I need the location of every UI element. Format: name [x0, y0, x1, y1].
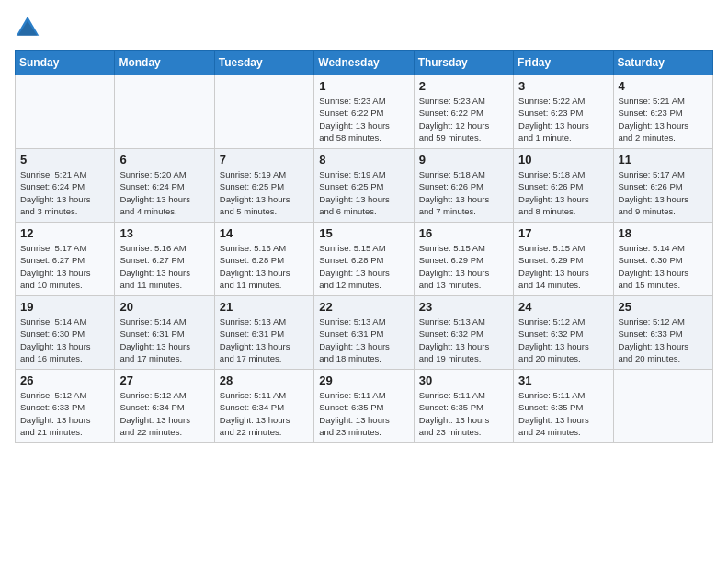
calendar-cell: 24Sunrise: 5:12 AM Sunset: 6:32 PM Dayli… [514, 296, 613, 370]
calendar-cell: 19Sunrise: 5:14 AM Sunset: 6:30 PM Dayli… [16, 296, 115, 370]
day-number: 17 [518, 226, 608, 240]
day-info: Sunrise: 5:17 AM Sunset: 6:27 PM Dayligh… [20, 242, 109, 291]
day-number: 11 [619, 153, 708, 167]
day-number: 13 [119, 226, 209, 240]
day-info: Sunrise: 5:15 AM Sunset: 6:29 PM Dayligh… [419, 242, 508, 291]
calendar-week-4: 19Sunrise: 5:14 AM Sunset: 6:30 PM Dayli… [16, 296, 713, 370]
day-info: Sunrise: 5:11 AM Sunset: 6:35 PM Dayligh… [419, 389, 508, 438]
column-header-wednesday: Wednesday [314, 51, 414, 75]
day-number: 20 [119, 300, 209, 314]
day-number: 23 [419, 300, 508, 314]
day-number: 28 [220, 373, 309, 387]
calendar-cell: 25Sunrise: 5:12 AM Sunset: 6:33 PM Dayli… [613, 296, 712, 370]
calendar-cell: 5Sunrise: 5:21 AM Sunset: 6:24 PM Daylig… [16, 149, 115, 223]
calendar-cell: 1Sunrise: 5:23 AM Sunset: 6:22 PM Daylig… [314, 75, 414, 149]
calendar-cell: 15Sunrise: 5:15 AM Sunset: 6:28 PM Dayli… [314, 223, 414, 296]
day-info: Sunrise: 5:13 AM Sunset: 6:31 PM Dayligh… [220, 316, 309, 364]
calendar-cell: 10Sunrise: 5:18 AM Sunset: 6:26 PM Dayli… [514, 149, 613, 223]
day-number: 7 [220, 153, 309, 167]
day-number: 22 [319, 300, 408, 314]
calendar-week-2: 5Sunrise: 5:21 AM Sunset: 6:24 PM Daylig… [16, 149, 713, 223]
day-info: Sunrise: 5:11 AM Sunset: 6:35 PM Dayligh… [518, 389, 608, 438]
calendar-cell: 20Sunrise: 5:14 AM Sunset: 6:31 PM Dayli… [115, 296, 214, 370]
calendar-cell: 31Sunrise: 5:11 AM Sunset: 6:35 PM Dayli… [514, 370, 613, 443]
day-number: 27 [119, 373, 209, 387]
day-number: 26 [20, 373, 109, 387]
day-number: 19 [20, 300, 109, 314]
day-info: Sunrise: 5:12 AM Sunset: 6:33 PM Dayligh… [619, 316, 708, 364]
day-info: Sunrise: 5:18 AM Sunset: 6:26 PM Dayligh… [518, 168, 608, 217]
column-header-sunday: Sunday [16, 51, 115, 75]
day-info: Sunrise: 5:12 AM Sunset: 6:32 PM Dayligh… [518, 316, 608, 364]
day-info: Sunrise: 5:13 AM Sunset: 6:32 PM Dayligh… [419, 316, 508, 364]
calendar-cell: 28Sunrise: 5:11 AM Sunset: 6:34 PM Dayli… [214, 370, 313, 443]
calendar-week-3: 12Sunrise: 5:17 AM Sunset: 6:27 PM Dayli… [16, 223, 713, 296]
calendar-cell: 30Sunrise: 5:11 AM Sunset: 6:35 PM Dayli… [414, 370, 513, 443]
calendar-cell: 4Sunrise: 5:21 AM Sunset: 6:23 PM Daylig… [613, 75, 712, 149]
day-info: Sunrise: 5:21 AM Sunset: 6:24 PM Dayligh… [20, 168, 109, 217]
day-number: 1 [319, 79, 408, 93]
logo-icon [15, 15, 40, 40]
calendar-cell: 3Sunrise: 5:22 AM Sunset: 6:23 PM Daylig… [514, 75, 613, 149]
day-info: Sunrise: 5:21 AM Sunset: 6:23 PM Dayligh… [619, 95, 708, 144]
column-header-friday: Friday [514, 51, 613, 75]
day-info: Sunrise: 5:11 AM Sunset: 6:35 PM Dayligh… [319, 389, 408, 438]
day-number: 12 [20, 226, 109, 240]
day-info: Sunrise: 5:14 AM Sunset: 6:30 PM Dayligh… [619, 242, 708, 291]
calendar-cell [16, 75, 115, 149]
day-number: 8 [319, 153, 408, 167]
day-info: Sunrise: 5:11 AM Sunset: 6:34 PM Dayligh… [220, 389, 309, 438]
day-number: 6 [119, 153, 209, 167]
day-number: 18 [619, 226, 708, 240]
day-info: Sunrise: 5:13 AM Sunset: 6:31 PM Dayligh… [319, 316, 408, 364]
day-info: Sunrise: 5:23 AM Sunset: 6:22 PM Dayligh… [319, 95, 408, 144]
day-info: Sunrise: 5:12 AM Sunset: 6:34 PM Dayligh… [119, 389, 209, 438]
day-number: 31 [518, 373, 608, 387]
day-info: Sunrise: 5:12 AM Sunset: 6:33 PM Dayligh… [20, 389, 109, 438]
day-info: Sunrise: 5:16 AM Sunset: 6:27 PM Dayligh… [119, 242, 209, 291]
calendar-table: SundayMondayTuesdayWednesdayThursdayFrid… [15, 50, 713, 443]
calendar-cell: 8Sunrise: 5:19 AM Sunset: 6:25 PM Daylig… [314, 149, 414, 223]
day-number: 9 [419, 153, 508, 167]
day-number: 29 [319, 373, 408, 387]
day-info: Sunrise: 5:16 AM Sunset: 6:28 PM Dayligh… [220, 242, 309, 291]
calendar-cell: 27Sunrise: 5:12 AM Sunset: 6:34 PM Dayli… [115, 370, 214, 443]
day-info: Sunrise: 5:22 AM Sunset: 6:23 PM Dayligh… [518, 95, 608, 144]
calendar-week-5: 26Sunrise: 5:12 AM Sunset: 6:33 PM Dayli… [16, 370, 713, 443]
calendar-cell: 21Sunrise: 5:13 AM Sunset: 6:31 PM Dayli… [214, 296, 313, 370]
calendar-cell: 2Sunrise: 5:23 AM Sunset: 6:22 PM Daylig… [414, 75, 513, 149]
page-header [15, 15, 713, 40]
day-info: Sunrise: 5:15 AM Sunset: 6:29 PM Dayligh… [518, 242, 608, 291]
calendar-cell: 23Sunrise: 5:13 AM Sunset: 6:32 PM Dayli… [414, 296, 513, 370]
calendar-cell [115, 75, 214, 149]
day-info: Sunrise: 5:18 AM Sunset: 6:26 PM Dayligh… [419, 168, 508, 217]
day-number: 2 [419, 79, 508, 93]
calendar-cell [214, 75, 313, 149]
day-number: 16 [419, 226, 508, 240]
column-header-tuesday: Tuesday [214, 51, 313, 75]
day-info: Sunrise: 5:14 AM Sunset: 6:30 PM Dayligh… [20, 316, 109, 364]
day-number: 25 [619, 300, 708, 314]
calendar-cell: 13Sunrise: 5:16 AM Sunset: 6:27 PM Dayli… [115, 223, 214, 296]
day-info: Sunrise: 5:14 AM Sunset: 6:31 PM Dayligh… [119, 316, 209, 364]
calendar-cell [613, 370, 712, 443]
day-info: Sunrise: 5:20 AM Sunset: 6:24 PM Dayligh… [119, 168, 209, 217]
day-number: 15 [319, 226, 408, 240]
day-info: Sunrise: 5:19 AM Sunset: 6:25 PM Dayligh… [220, 168, 309, 217]
day-number: 4 [619, 79, 708, 93]
day-number: 10 [518, 153, 608, 167]
calendar-week-1: 1Sunrise: 5:23 AM Sunset: 6:22 PM Daylig… [16, 75, 713, 149]
calendar-cell: 14Sunrise: 5:16 AM Sunset: 6:28 PM Dayli… [214, 223, 313, 296]
calendar-cell: 12Sunrise: 5:17 AM Sunset: 6:27 PM Dayli… [16, 223, 115, 296]
day-number: 5 [20, 153, 109, 167]
calendar-cell: 11Sunrise: 5:17 AM Sunset: 6:26 PM Dayli… [613, 149, 712, 223]
day-number: 3 [518, 79, 608, 93]
calendar-cell: 16Sunrise: 5:15 AM Sunset: 6:29 PM Dayli… [414, 223, 513, 296]
day-info: Sunrise: 5:17 AM Sunset: 6:26 PM Dayligh… [619, 168, 708, 217]
day-info: Sunrise: 5:19 AM Sunset: 6:25 PM Dayligh… [319, 168, 408, 217]
logo [15, 15, 44, 40]
column-header-thursday: Thursday [414, 51, 513, 75]
calendar-cell: 17Sunrise: 5:15 AM Sunset: 6:29 PM Dayli… [514, 223, 613, 296]
day-info: Sunrise: 5:15 AM Sunset: 6:28 PM Dayligh… [319, 242, 408, 291]
day-info: Sunrise: 5:23 AM Sunset: 6:22 PM Dayligh… [419, 95, 508, 144]
